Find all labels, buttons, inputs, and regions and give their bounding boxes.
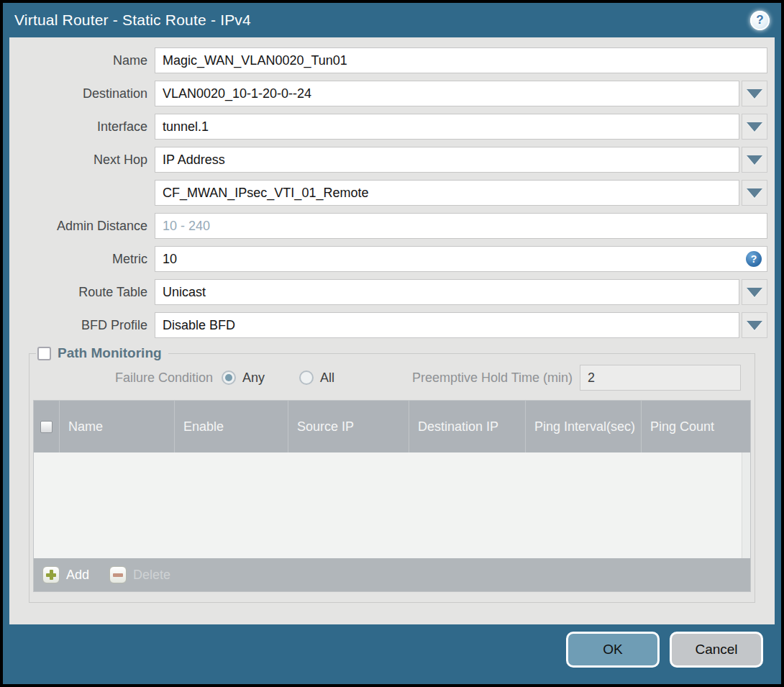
next-hop-type-input[interactable] xyxy=(155,147,739,173)
cancel-button[interactable]: Cancel xyxy=(670,632,763,668)
failure-condition-label: Failure Condition xyxy=(33,370,222,386)
destination-label: Destination xyxy=(17,86,155,101)
route-table-row: Route Table xyxy=(17,279,767,305)
chevron-down-icon xyxy=(747,155,762,165)
next-hop-address-dropdown-button[interactable] xyxy=(742,180,767,206)
preemptive-hold-time-input xyxy=(580,365,741,391)
interface-field-wrap xyxy=(155,114,767,140)
route-table-label: Route Table xyxy=(17,285,155,300)
metric-help-icon[interactable]: ? xyxy=(746,251,762,267)
failure-condition-any-radio xyxy=(222,370,236,385)
add-button[interactable]: Add xyxy=(42,566,89,583)
delete-button-label: Delete xyxy=(133,568,170,583)
chevron-down-icon xyxy=(747,288,762,297)
next-hop-address-field-wrap xyxy=(155,180,767,206)
path-monitoring-table: Name Enable Source IP Destination IP Pin… xyxy=(33,400,751,592)
name-field-wrap xyxy=(155,47,767,73)
interface-dropdown-button[interactable] xyxy=(742,114,767,140)
dialog-footer: OK Cancel xyxy=(3,624,781,684)
column-header-name: Name xyxy=(60,401,175,452)
column-header-ping-count: Ping Count xyxy=(642,401,750,452)
bfd-profile-dropdown-button[interactable] xyxy=(742,312,767,338)
destination-row: Destination xyxy=(17,81,767,106)
metric-label: Metric xyxy=(17,252,155,267)
route-table-field-wrap xyxy=(155,279,767,305)
table-body xyxy=(34,452,750,558)
metric-field-wrap: ? xyxy=(155,246,767,272)
metric-input[interactable] xyxy=(155,246,767,272)
admin-distance-row: Admin Distance xyxy=(17,213,767,239)
path-monitoring-section: Path Monitoring Failure Condition Any Al… xyxy=(29,345,755,603)
name-label: Name xyxy=(17,53,155,68)
table-header-row: Name Enable Source IP Destination IP Pin… xyxy=(34,401,750,452)
interface-input[interactable] xyxy=(155,114,739,140)
chevron-down-icon xyxy=(747,89,762,99)
path-monitoring-controls: Failure Condition Any All Preemptive Hol… xyxy=(33,364,744,391)
metric-row: Metric ? xyxy=(17,246,767,272)
failure-condition-any-label: Any xyxy=(242,370,265,386)
path-monitoring-checkbox[interactable] xyxy=(37,347,51,360)
dialog-title: Virtual Router - Static Route - IPv4 xyxy=(14,12,251,29)
next-hop-label: Next Hop xyxy=(17,153,155,168)
column-header-enable: Enable xyxy=(175,401,288,452)
admin-distance-label: Admin Distance xyxy=(17,219,155,234)
interface-row: Interface xyxy=(17,114,767,140)
destination-dropdown-button[interactable] xyxy=(742,81,767,106)
route-table-input[interactable] xyxy=(155,279,739,305)
column-header-ping-interval: Ping Interval(sec) xyxy=(526,401,642,452)
add-plus-icon xyxy=(42,566,60,583)
virtual-router-static-route-dialog: Virtual Router - Static Route - IPv4 ? N… xyxy=(0,0,784,687)
destination-field-wrap xyxy=(155,81,767,106)
table-toolbar: Add Delete xyxy=(34,558,750,591)
destination-input[interactable] xyxy=(155,81,739,106)
failure-condition-all-label: All xyxy=(320,370,334,386)
chevron-down-icon xyxy=(747,321,762,330)
name-input[interactable] xyxy=(155,47,767,73)
name-row: Name xyxy=(17,47,767,73)
preemptive-hold-time-label: Preemptive Hold Time (min) xyxy=(412,370,580,386)
admin-distance-field-wrap xyxy=(155,213,767,239)
table-empty-area xyxy=(34,452,742,558)
chevron-down-icon xyxy=(747,122,762,132)
bfd-profile-field-wrap xyxy=(155,312,767,338)
delete-minus-icon xyxy=(109,566,127,583)
next-hop-row: Next Hop xyxy=(17,147,767,173)
failure-condition-all-radio xyxy=(299,370,314,385)
chevron-down-icon xyxy=(747,188,762,198)
dialog-content: Name Destination Interface xyxy=(9,37,775,624)
bfd-profile-input[interactable] xyxy=(155,312,739,338)
delete-button: Delete xyxy=(109,566,170,583)
ok-button[interactable]: OK xyxy=(566,632,660,668)
title-bar: Virtual Router - Static Route - IPv4 ? xyxy=(3,3,781,37)
help-icon[interactable]: ? xyxy=(750,11,770,30)
select-all-checkbox xyxy=(40,421,53,433)
interface-label: Interface xyxy=(17,119,155,135)
path-monitoring-title: Path Monitoring xyxy=(58,345,162,361)
admin-distance-input[interactable] xyxy=(155,213,767,239)
next-hop-address-row xyxy=(17,180,767,206)
bfd-profile-label: BFD Profile xyxy=(17,318,155,333)
add-button-label: Add xyxy=(66,568,89,583)
column-header-source-ip: Source IP xyxy=(288,401,409,452)
bfd-profile-row: BFD Profile xyxy=(17,312,767,338)
dialog-frame: Virtual Router - Static Route - IPv4 ? N… xyxy=(3,3,781,684)
next-hop-field-wrap xyxy=(155,147,767,173)
next-hop-address-input[interactable] xyxy=(155,180,739,206)
table-scrollbar-track xyxy=(742,452,750,558)
table-header-checkbox-cell xyxy=(34,401,60,452)
route-table-dropdown-button[interactable] xyxy=(742,279,767,305)
path-monitoring-legend: Path Monitoring xyxy=(36,345,168,361)
column-header-destination-ip: Destination IP xyxy=(409,401,526,452)
next-hop-dropdown-button[interactable] xyxy=(742,147,767,173)
